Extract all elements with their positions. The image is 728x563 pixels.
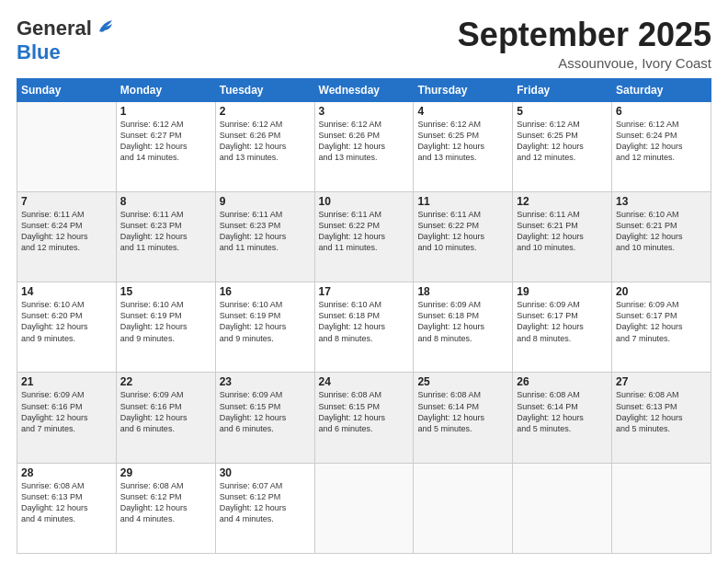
day-number: 21 [21, 375, 112, 388]
day-number: 17 [319, 285, 410, 298]
table-row: 20Sunrise: 6:09 AM Sunset: 6:17 PM Dayli… [612, 282, 711, 373]
day-number: 15 [120, 285, 211, 298]
day-info: Sunrise: 6:11 AM Sunset: 6:23 PM Dayligh… [220, 209, 311, 254]
day-number: 9 [220, 195, 311, 208]
header-sunday: Sunday [17, 78, 117, 101]
calendar-week-row: 1Sunrise: 6:12 AM Sunset: 6:27 PM Daylig… [17, 101, 711, 191]
table-row: 30Sunrise: 6:07 AM Sunset: 6:12 PM Dayli… [215, 463, 314, 553]
table-row: 8Sunrise: 6:11 AM Sunset: 6:23 PM Daylig… [116, 191, 215, 282]
logo: General Blue [17, 17, 116, 64]
header-saturday: Saturday [612, 78, 711, 101]
table-row: 18Sunrise: 6:09 AM Sunset: 6:18 PM Dayli… [414, 282, 513, 373]
table-row: 4Sunrise: 6:12 AM Sunset: 6:25 PM Daylig… [414, 101, 513, 191]
table-row: 15Sunrise: 6:10 AM Sunset: 6:19 PM Dayli… [116, 282, 215, 373]
day-info: Sunrise: 6:11 AM Sunset: 6:22 PM Dayligh… [319, 209, 410, 254]
day-info: Sunrise: 6:08 AM Sunset: 6:13 PM Dayligh… [616, 389, 707, 434]
day-info: Sunrise: 6:12 AM Sunset: 6:25 PM Dayligh… [517, 119, 608, 164]
day-number: 12 [517, 195, 608, 208]
day-number: 4 [417, 105, 508, 118]
day-info: Sunrise: 6:09 AM Sunset: 6:17 PM Dayligh… [517, 299, 608, 344]
header-wednesday: Wednesday [314, 78, 414, 101]
day-number: 2 [220, 105, 311, 118]
day-number: 8 [120, 195, 211, 208]
day-info: Sunrise: 6:11 AM Sunset: 6:22 PM Dayligh… [417, 209, 508, 254]
day-info: Sunrise: 6:08 AM Sunset: 6:14 PM Dayligh… [417, 389, 508, 434]
logo-general: General [17, 17, 92, 40]
day-number: 10 [319, 195, 410, 208]
calendar-header-row: Sunday Monday Tuesday Wednesday Thursday… [17, 78, 711, 101]
day-info: Sunrise: 6:12 AM Sunset: 6:26 PM Dayligh… [220, 119, 311, 164]
day-number: 11 [417, 195, 508, 208]
day-info: Sunrise: 6:12 AM Sunset: 6:25 PM Dayligh… [417, 119, 508, 164]
header-tuesday: Tuesday [215, 78, 314, 101]
table-row: 17Sunrise: 6:10 AM Sunset: 6:18 PM Dayli… [314, 282, 414, 373]
calendar: Sunday Monday Tuesday Wednesday Thursday… [17, 78, 711, 554]
day-number: 7 [21, 195, 112, 208]
day-number: 20 [616, 285, 707, 298]
table-row: 21Sunrise: 6:09 AM Sunset: 6:16 PM Dayli… [17, 373, 117, 463]
table-row: 26Sunrise: 6:08 AM Sunset: 6:14 PM Dayli… [513, 373, 612, 463]
day-info: Sunrise: 6:09 AM Sunset: 6:16 PM Dayligh… [120, 389, 211, 434]
calendar-week-row: 7Sunrise: 6:11 AM Sunset: 6:24 PM Daylig… [17, 191, 711, 282]
day-info: Sunrise: 6:08 AM Sunset: 6:14 PM Dayligh… [517, 389, 608, 434]
day-info: Sunrise: 6:12 AM Sunset: 6:26 PM Dayligh… [319, 119, 410, 164]
day-info: Sunrise: 6:12 AM Sunset: 6:24 PM Dayligh… [616, 119, 707, 164]
day-info: Sunrise: 6:10 AM Sunset: 6:19 PM Dayligh… [120, 299, 211, 344]
table-row [513, 463, 612, 553]
day-number: 14 [21, 285, 112, 298]
table-row: 19Sunrise: 6:09 AM Sunset: 6:17 PM Dayli… [513, 282, 612, 373]
table-row: 25Sunrise: 6:08 AM Sunset: 6:14 PM Dayli… [414, 373, 513, 463]
table-row: 3Sunrise: 6:12 AM Sunset: 6:26 PM Daylig… [314, 101, 414, 191]
table-row: 9Sunrise: 6:11 AM Sunset: 6:23 PM Daylig… [215, 191, 314, 282]
table-row [414, 463, 513, 553]
table-row: 10Sunrise: 6:11 AM Sunset: 6:22 PM Dayli… [314, 191, 414, 282]
logo-bird-icon [96, 18, 116, 35]
table-row: 28Sunrise: 6:08 AM Sunset: 6:13 PM Dayli… [17, 463, 117, 553]
day-number: 26 [517, 375, 608, 388]
table-row: 16Sunrise: 6:10 AM Sunset: 6:19 PM Dayli… [215, 282, 314, 373]
location: Assounvoue, Ivory Coast [458, 55, 711, 71]
table-row [612, 463, 711, 553]
table-row: 11Sunrise: 6:11 AM Sunset: 6:22 PM Dayli… [414, 191, 513, 282]
day-number: 27 [616, 375, 707, 388]
day-number: 24 [319, 375, 410, 388]
logo-blue: Blue [17, 40, 61, 63]
day-number: 22 [120, 375, 211, 388]
header-friday: Friday [513, 78, 612, 101]
day-number: 30 [220, 466, 311, 479]
day-number: 29 [120, 466, 211, 479]
day-info: Sunrise: 6:09 AM Sunset: 6:16 PM Dayligh… [21, 389, 112, 434]
table-row: 23Sunrise: 6:09 AM Sunset: 6:15 PM Dayli… [215, 373, 314, 463]
table-row: 12Sunrise: 6:11 AM Sunset: 6:21 PM Dayli… [513, 191, 612, 282]
day-info: Sunrise: 6:10 AM Sunset: 6:20 PM Dayligh… [21, 299, 112, 344]
day-info: Sunrise: 6:11 AM Sunset: 6:24 PM Dayligh… [21, 209, 112, 254]
table-row [314, 463, 414, 553]
day-number: 13 [616, 195, 707, 208]
header-monday: Monday [116, 78, 215, 101]
day-number: 18 [417, 285, 508, 298]
day-info: Sunrise: 6:10 AM Sunset: 6:21 PM Dayligh… [616, 209, 707, 254]
header-thursday: Thursday [414, 78, 513, 101]
table-row: 29Sunrise: 6:08 AM Sunset: 6:12 PM Dayli… [116, 463, 215, 553]
day-number: 5 [517, 105, 608, 118]
calendar-week-row: 21Sunrise: 6:09 AM Sunset: 6:16 PM Dayli… [17, 373, 711, 463]
table-row: 5Sunrise: 6:12 AM Sunset: 6:25 PM Daylig… [513, 101, 612, 191]
day-number: 16 [220, 285, 311, 298]
day-info: Sunrise: 6:09 AM Sunset: 6:17 PM Dayligh… [616, 299, 707, 344]
day-info: Sunrise: 6:08 AM Sunset: 6:12 PM Dayligh… [120, 480, 211, 525]
day-info: Sunrise: 6:10 AM Sunset: 6:19 PM Dayligh… [220, 299, 311, 344]
calendar-week-row: 28Sunrise: 6:08 AM Sunset: 6:13 PM Dayli… [17, 463, 711, 553]
calendar-week-row: 14Sunrise: 6:10 AM Sunset: 6:20 PM Dayli… [17, 282, 711, 373]
day-number: 23 [220, 375, 311, 388]
table-row: 27Sunrise: 6:08 AM Sunset: 6:13 PM Dayli… [612, 373, 711, 463]
table-row: 6Sunrise: 6:12 AM Sunset: 6:24 PM Daylig… [612, 101, 711, 191]
table-row: 24Sunrise: 6:08 AM Sunset: 6:15 PM Dayli… [314, 373, 414, 463]
day-info: Sunrise: 6:10 AM Sunset: 6:18 PM Dayligh… [319, 299, 410, 344]
day-info: Sunrise: 6:07 AM Sunset: 6:12 PM Dayligh… [220, 480, 311, 525]
table-row: 13Sunrise: 6:10 AM Sunset: 6:21 PM Dayli… [612, 191, 711, 282]
table-row: 14Sunrise: 6:10 AM Sunset: 6:20 PM Dayli… [17, 282, 117, 373]
table-row: 1Sunrise: 6:12 AM Sunset: 6:27 PM Daylig… [116, 101, 215, 191]
day-number: 25 [417, 375, 508, 388]
table-row: 2Sunrise: 6:12 AM Sunset: 6:26 PM Daylig… [215, 101, 314, 191]
day-number: 6 [616, 105, 707, 118]
